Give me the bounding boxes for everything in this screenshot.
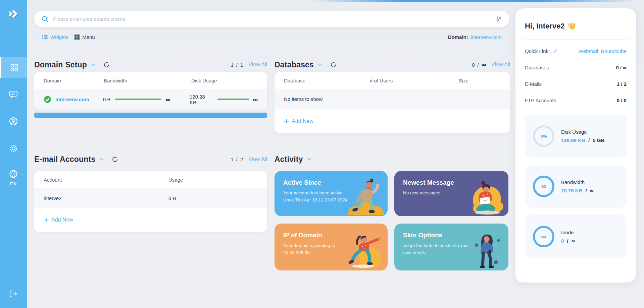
logout-button[interactable]	[0, 284, 27, 304]
stat-limit: ∞	[590, 188, 594, 193]
databases-count: 0 / ∞ View All	[472, 61, 510, 68]
email-accounts-header: E-mail Accounts 1 / 2 View All	[34, 154, 267, 164]
databases-view-all[interactable]: View All	[491, 62, 510, 68]
counter-value: 0 / ∞	[616, 65, 627, 70]
col-database: Database	[284, 78, 370, 83]
col-size: Size	[459, 78, 468, 83]
domain-link[interactable]: intervenv.com	[55, 97, 89, 102]
domain-setup-refresh[interactable]	[103, 62, 110, 68]
col-users: # of Users	[370, 78, 459, 83]
email-table-header: Account Usage	[34, 171, 267, 188]
tab-menu-label: Menu	[82, 34, 95, 40]
greeting: Hi, Interve2	[525, 22, 627, 30]
counter-label: E-Mails	[525, 81, 542, 87]
sidebar-item-account[interactable]	[0, 111, 27, 132]
domain-setup-title: Domain Setup	[34, 60, 87, 69]
email-accounts-dropdown[interactable]	[99, 158, 104, 161]
sidebar-item-settings[interactable]	[0, 138, 27, 159]
activity-dropdown[interactable]	[307, 158, 311, 161]
tab-menu[interactable]: Menu	[75, 34, 95, 40]
counter-value: 1 / 2	[617, 81, 627, 87]
person-with-phone-illustration	[464, 230, 507, 270]
status-check-icon	[44, 96, 51, 103]
activity-card-text: Adapt the look of the skin to your own n…	[403, 242, 470, 256]
stat-limit: 5 GB	[593, 137, 604, 143]
email-add-new-button[interactable]: Add New	[44, 217, 73, 223]
counter-databases: Databases 0 / ∞	[525, 65, 627, 70]
databases-dropdown[interactable]	[318, 63, 322, 66]
count-current: 1	[231, 62, 233, 68]
chevron-down-icon	[99, 158, 104, 161]
email-accounts-count: 1 / 2 View All	[231, 156, 267, 162]
webmail-link[interactable]: Webmail: Roundcube	[579, 48, 627, 54]
count-total: ∞	[482, 61, 486, 68]
email-add-row: Add New	[34, 208, 267, 232]
email-table-row[interactable]: interve2 0 B	[34, 188, 267, 208]
email-account-name: interve2	[44, 195, 168, 201]
gear-icon	[9, 144, 18, 153]
activity-card-text: Your domain is pointing to 45.43.208.35.	[283, 242, 350, 256]
disk-bar	[217, 99, 249, 100]
email-accounts-view-all[interactable]: View All	[248, 156, 267, 162]
tab-widgets[interactable]: Widgets	[42, 34, 68, 40]
databases-refresh[interactable]	[330, 62, 337, 68]
dashboard-grid-icon	[10, 63, 19, 72]
domain-table-row[interactable]: intervenv.com 0 B ∞ 120.28 KB ∞	[34, 89, 267, 110]
current-domain: Domain: intervenv.com	[448, 34, 502, 40]
user-icon	[9, 117, 18, 126]
activity-card-newest-message[interactable]: Newest Message No new messages	[394, 171, 508, 216]
stat-used: 0	[561, 238, 564, 244]
sidebar-item-messages[interactable]	[0, 84, 27, 105]
sidebar-item-dashboard[interactable]	[0, 57, 27, 78]
counter-ftp-accounts: FTP Accounts 0 / 0	[525, 98, 627, 103]
count-current: 1	[231, 157, 233, 162]
domain-value-link[interactable]: intervenv.com	[471, 34, 502, 40]
inode-ring: ∞	[533, 226, 554, 247]
reading-mail-illustration	[464, 176, 507, 216]
activity-card-ip-of-domain[interactable]: IP of Domain Your domain is pointing to …	[275, 224, 388, 270]
edit-pencil-icon[interactable]	[552, 49, 558, 54]
databases-add-new-button[interactable]: Add New	[284, 118, 313, 124]
activity-card-skin-options[interactable]: Skin Options Adapt the look of the skin …	[394, 224, 508, 270]
greeting-text: Hi, Interve2	[525, 22, 565, 30]
stat-separator: /	[588, 137, 590, 143]
add-new-label: Add New	[51, 217, 73, 223]
activity-header: Activity	[275, 154, 510, 164]
chevron-down-icon	[318, 63, 322, 66]
horizontal-scrollbar[interactable]	[34, 113, 267, 118]
refresh-icon	[330, 62, 337, 68]
quick-link-label: Quick Link:	[525, 48, 550, 54]
double-chevron-icon	[7, 8, 20, 19]
bandwidth-ring: ∞	[533, 176, 554, 197]
account-summary-panel: Hi, Interve2 Quick Link: Webmail:	[515, 8, 636, 283]
view-switcher: Widgets Menu Domain: intervenv.com	[42, 33, 502, 41]
top-loading-bar	[312, 0, 638, 2]
sidebar: EN	[0, 0, 27, 308]
dashboard-page: EN	[0, 0, 644, 308]
email-accounts-title: E-mail Accounts	[34, 155, 95, 164]
databases-header: Databases 0 / ∞ View All	[275, 60, 510, 70]
stat-label: Disk Usage	[561, 129, 604, 135]
sidebar-item-language[interactable]: EN	[0, 164, 27, 192]
domain-setup-header: Domain Setup 1 / 1 View All	[34, 60, 267, 70]
count-total: 1	[240, 62, 243, 68]
refresh-icon	[112, 156, 118, 163]
bandwidth-limit: ∞	[165, 96, 170, 103]
email-accounts-refresh[interactable]	[112, 156, 118, 163]
quick-link-row: Quick Link: Webmail: Roundcube	[525, 48, 627, 54]
count-slash: /	[236, 157, 238, 162]
sidebar-logo[interactable]	[0, 8, 27, 19]
chevron-down-icon	[307, 158, 311, 161]
activity-title: Activity	[275, 155, 303, 164]
domain-setup-dropdown[interactable]	[91, 63, 95, 66]
stat-used: 10.75 KB	[561, 188, 582, 193]
domain-setup-view-all[interactable]: View All	[248, 62, 267, 68]
bandwidth-value: 0 B	[103, 97, 111, 102]
search-input[interactable]	[53, 16, 495, 22]
domain-setup-count: 1 / 1 View All	[231, 62, 267, 68]
activity-card-active-since[interactable]: Active Since Your account has been activ…	[275, 171, 388, 216]
databases-add-row: Add New	[275, 109, 510, 133]
search-filter-button[interactable]	[495, 16, 502, 22]
stat-label: Bandwidth	[561, 179, 594, 185]
bandwidth-stat-card: ∞ Bandwidth 10.75 KB / ∞	[525, 165, 627, 208]
